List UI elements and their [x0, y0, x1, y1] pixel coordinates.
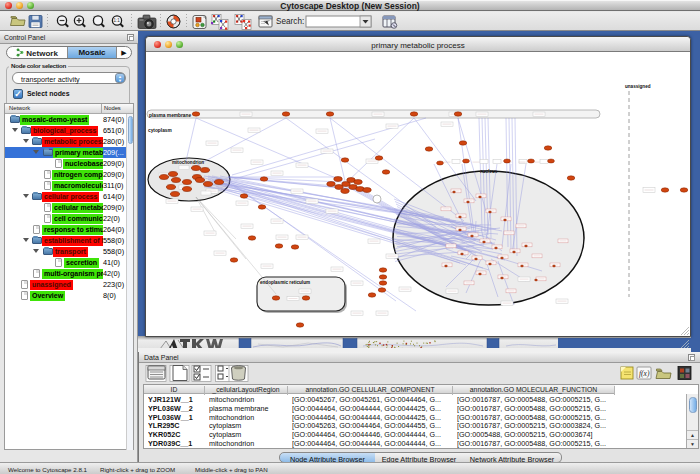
- svg-text:unassigned: unassigned: [625, 84, 651, 89]
- svg-text:mitochondrion: mitochondrion: [172, 160, 204, 165]
- svg-text:1:1: 1:1: [114, 18, 121, 23]
- svg-text:endoplasmic reticulum: endoplasmic reticulum: [260, 280, 310, 285]
- svg-text:cytoplasm: cytoplasm: [148, 128, 172, 133]
- svg-text:Search:: Search:: [276, 17, 304, 26]
- svg-text:f(x): f(x): [639, 369, 650, 378]
- svg-text:plasma membrane: plasma membrane: [149, 113, 191, 118]
- svg-text:nucleus: nucleus: [480, 169, 498, 174]
